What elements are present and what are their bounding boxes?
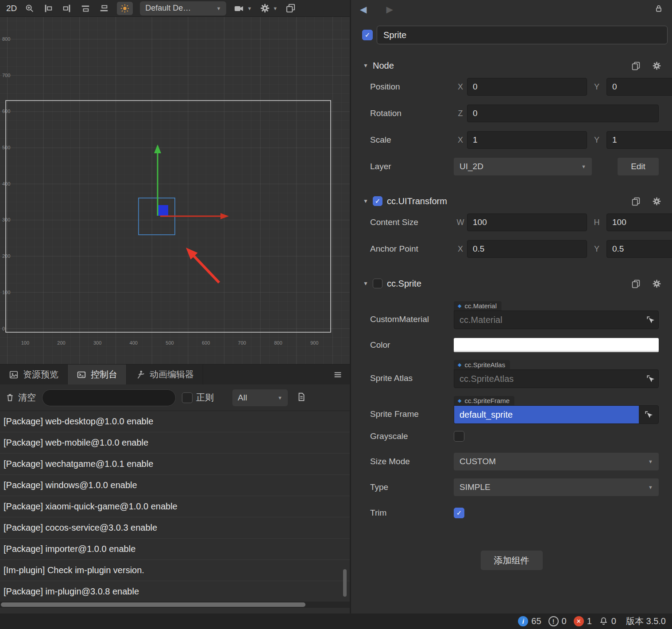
color-swatch[interactable] [454, 338, 659, 352]
custom-material-field[interactable]: cc.Material [454, 311, 659, 329]
trim-row: Trim ✓ [351, 500, 672, 526]
layer-dropdown[interactable]: UI_2D ▼ [454, 158, 592, 175]
component-type-icon: ◆ [458, 398, 461, 404]
layout-windows-icon[interactable] [285, 3, 296, 14]
animation-runner-icon [135, 370, 145, 380]
sprite-frame-field[interactable]: default_sprite [454, 405, 659, 424]
console-log-row[interactable]: [Package] windows@1.0.0 enable [0, 475, 350, 496]
size-mode-dropdown[interactable]: CUSTOM ▼ [454, 453, 659, 470]
sprite-enabled-checkbox[interactable] [373, 279, 382, 288]
trim-checkbox[interactable]: ✓ [454, 508, 464, 518]
asset-picker-icon[interactable] [646, 374, 655, 383]
sprite-frame-label: Sprite Frame [351, 409, 454, 419]
scene-view-canvas[interactable]: 8007006005004003002001000 10020030040050… [0, 17, 350, 364]
gizmo-settings-dropdown[interactable]: ▼ [259, 3, 278, 14]
position-x-input[interactable] [467, 78, 587, 96]
align-tool-icon[interactable] [42, 3, 54, 14]
console-clear-button[interactable]: 清空 [5, 392, 36, 404]
console-log-row[interactable]: [Package] web-mobile@1.0.0 enable [0, 432, 350, 454]
type-dropdown[interactable]: SIMPLE ▼ [454, 478, 659, 496]
error-log-counter[interactable]: ✕ 1 [574, 616, 592, 626]
distribute-tool-icon-2[interactable] [98, 3, 110, 14]
console-log-row[interactable]: [Package] cocos-service@3.0.3 enable [0, 517, 350, 539]
export-log-button[interactable] [297, 392, 306, 404]
axis-y-label: Y [587, 245, 606, 254]
layer-edit-button[interactable]: Edit [618, 158, 659, 175]
collapse-triangle-icon[interactable]: ▼ [363, 198, 373, 204]
add-component-button[interactable]: 添加组件 [481, 551, 543, 570]
align-tool-icon-2[interactable] [61, 3, 73, 14]
grayscale-checkbox[interactable] [454, 431, 464, 442]
scale-x-input[interactable] [467, 131, 587, 149]
panel-menu-button[interactable] [333, 365, 350, 384]
console-search-input[interactable] [42, 389, 176, 406]
tab-console[interactable]: 控制台 [68, 365, 127, 384]
content-height-input[interactable] [606, 214, 672, 231]
distribute-tool-icon[interactable] [80, 3, 91, 14]
node-active-checkbox[interactable]: ✓ [362, 30, 373, 40]
uitransform-section-header[interactable]: ▼ ✓ cc.UITransform [351, 193, 672, 209]
notification-counter[interactable]: 0 [599, 616, 616, 626]
sprite-node[interactable] [158, 205, 168, 216]
section-title: cc.UITransform [387, 196, 447, 206]
sprite-atlas-field[interactable]: cc.SpriteAtlas [454, 369, 659, 388]
atlas-type-chip: ◆ cc.SpriteAtlas [454, 360, 510, 369]
node-name-input[interactable] [377, 26, 668, 44]
paste-component-icon[interactable] [631, 61, 641, 70]
paste-component-icon[interactable] [631, 197, 641, 206]
camera-settings-dropdown[interactable]: ▼ [233, 3, 252, 14]
warning-log-counter[interactable]: ! 0 [548, 616, 567, 626]
scale-y-input[interactable] [606, 131, 672, 149]
console-log-list: [Package] web-desktop@1.0.0 enable[Packa… [0, 411, 350, 602]
gizmo-x-axis[interactable] [160, 213, 229, 219]
chevron-down-icon: ▼ [581, 164, 586, 169]
info-log-counter[interactable]: i 65 [518, 616, 541, 626]
console-log-row[interactable]: [Package] im-plugin@3.0.8 enable [0, 581, 350, 602]
horizontal-scrollbar-thumb[interactable] [1, 602, 305, 607]
info-icon: i [518, 616, 528, 626]
lighting-toggle-button[interactable] [117, 2, 133, 15]
lock-icon[interactable] [654, 4, 663, 15]
regex-checkbox[interactable] [182, 392, 193, 403]
tab-label: 控制台 [91, 369, 117, 381]
content-width-input[interactable] [467, 214, 587, 231]
zoom-icon[interactable] [24, 3, 35, 14]
console-log-row[interactable]: [Package] importer@1.0.0 enable [0, 539, 350, 560]
anchor-y-input[interactable] [606, 240, 672, 258]
collapse-triangle-icon[interactable]: ▼ [363, 280, 373, 287]
uitransform-enabled-checkbox[interactable]: ✓ [373, 196, 382, 206]
console-log-row[interactable]: [Package] xiaomi-quick-game@1.0.0 enable [0, 496, 350, 517]
console-log-row[interactable]: [Package] web-desktop@1.0.0 enable [0, 411, 350, 432]
console-log-row[interactable]: [Im-plugin] Check im-plugin version. [0, 560, 350, 581]
position-y-input[interactable] [606, 78, 672, 96]
content-size-row: Content Size W H [351, 209, 672, 236]
frame-type-chip: ◆ cc.SpriteFrame [454, 396, 514, 405]
gear-icon[interactable] [652, 279, 661, 288]
asset-picker-icon[interactable] [639, 410, 658, 419]
chevron-down-icon: ▼ [278, 395, 282, 400]
sprite-section-header[interactable]: ▼ cc.Sprite [351, 276, 672, 291]
color-row: Color [351, 332, 672, 358]
console-clear-label: 清空 [18, 392, 36, 404]
layer-value: UI_2D [460, 162, 483, 171]
log-level-dropdown[interactable]: All ▼ [232, 389, 288, 406]
console-log-row[interactable]: [Package] wechatgame@1.0.1 enable [0, 454, 350, 475]
collapse-triangle-icon[interactable]: ▼ [363, 62, 373, 69]
rotation-z-input[interactable] [467, 105, 659, 122]
gear-icon[interactable] [652, 61, 661, 70]
tab-asset-preview[interactable]: 资源预览 [0, 365, 68, 384]
tab-animation-editor[interactable]: 动画编辑器 [127, 365, 203, 384]
section-title: cc.Sprite [387, 279, 421, 289]
gear-icon[interactable] [652, 197, 661, 206]
view-2d-button[interactable]: 2D [6, 4, 17, 13]
gizmo-y-axis[interactable] [154, 144, 161, 216]
vertical-scrollbar-thumb[interactable] [343, 569, 347, 597]
anchor-x-input[interactable] [467, 240, 587, 258]
node-section-header[interactable]: ▼ Node [351, 58, 672, 74]
history-forward-button[interactable]: ▶ [386, 4, 393, 15]
paste-component-icon[interactable] [631, 279, 641, 288]
history-back-button[interactable]: ◀ [360, 4, 367, 15]
asset-picker-icon[interactable] [646, 315, 655, 324]
bell-icon [599, 617, 608, 626]
scene-view-config-dropdown[interactable]: Default De… ▼ [140, 1, 226, 16]
